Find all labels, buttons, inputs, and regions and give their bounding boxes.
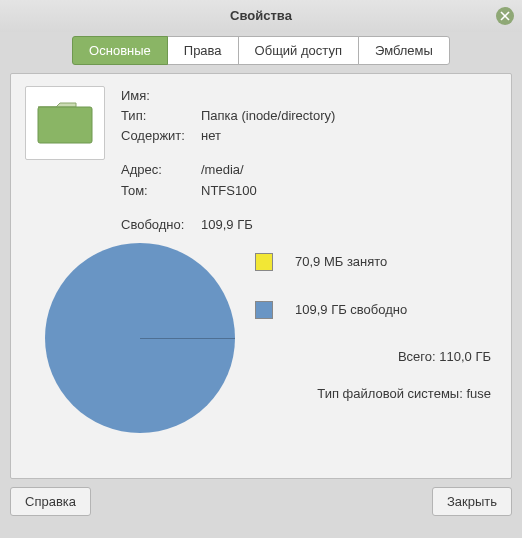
- swatch-free-icon: [255, 301, 273, 319]
- label-name: Имя:: [121, 86, 201, 106]
- legend-free-text: 109,9 ГБ свободно: [295, 302, 407, 317]
- legend-free-row: 109,9 ГБ свободно: [255, 301, 497, 319]
- close-button[interactable]: Закрыть: [432, 487, 512, 516]
- tab-emblems[interactable]: Эмблемы: [358, 36, 450, 65]
- label-address: Адрес:: [121, 160, 201, 180]
- fs-label: Тип файловой системы:: [317, 386, 463, 401]
- legend-used-row: 70,9 МБ занято: [255, 253, 497, 271]
- tab-bar: Основные Права Общий доступ Эмблемы: [0, 32, 522, 73]
- window-title: Свойства: [230, 8, 292, 23]
- titlebar: Свойства: [0, 0, 522, 32]
- total-value: 110,0 ГБ: [439, 349, 491, 364]
- help-button[interactable]: Справка: [10, 487, 91, 516]
- legend-total-row: Всего: 110,0 ГБ: [255, 349, 497, 364]
- info-grid: Имя: Тип: Папка (inode/directory) Содерж…: [121, 86, 335, 235]
- pie-radius-line: [140, 338, 235, 339]
- label-volume: Том:: [121, 181, 201, 201]
- total-label: Всего:: [398, 349, 436, 364]
- disk-usage-area: 70,9 МБ занято 109,9 ГБ свободно Всего: …: [25, 243, 497, 453]
- tab-permissions[interactable]: Права: [167, 36, 239, 65]
- value-type: Папка (inode/directory): [201, 106, 335, 126]
- fs-value: fuse: [466, 386, 491, 401]
- window-close-button[interactable]: [496, 7, 514, 25]
- folder-icon: [36, 99, 94, 147]
- value-free: 109,9 ГБ: [201, 215, 253, 235]
- tab-share[interactable]: Общий доступ: [238, 36, 359, 65]
- properties-panel: Имя: Тип: Папка (inode/directory) Содерж…: [10, 73, 512, 479]
- value-contains: нет: [201, 126, 221, 146]
- label-type: Тип:: [121, 106, 201, 126]
- label-free: Свободно:: [121, 215, 201, 235]
- swatch-used-icon: [255, 253, 273, 271]
- tab-basic[interactable]: Основные: [72, 36, 168, 65]
- disk-usage-legend: 70,9 МБ занято 109,9 ГБ свободно Всего: …: [255, 253, 497, 401]
- label-contains: Содержит:: [121, 126, 201, 146]
- svg-rect-2: [38, 107, 92, 143]
- legend-used-text: 70,9 МБ занято: [295, 254, 387, 269]
- value-volume: NTFS100: [201, 181, 257, 201]
- item-icon-well[interactable]: [25, 86, 105, 160]
- value-address: /media/: [201, 160, 244, 180]
- dialog-button-bar: Справка Закрыть: [0, 485, 522, 526]
- close-icon: [500, 11, 510, 21]
- legend-fs-row: Тип файловой системы: fuse: [255, 386, 497, 401]
